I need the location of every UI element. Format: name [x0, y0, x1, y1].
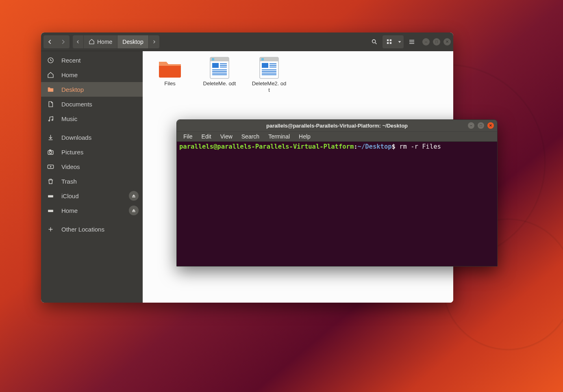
sidebar-item-label: Home — [61, 207, 78, 214]
view-grid-button[interactable] — [383, 35, 396, 48]
svg-rect-19 — [48, 195, 53, 197]
nav-back-button[interactable] — [43, 35, 57, 48]
terminal-menu-view[interactable]: View — [216, 132, 237, 141]
nav-forward-button[interactable] — [57, 35, 70, 48]
svg-marker-23 — [132, 209, 135, 211]
files-minimize-button[interactable]: – — [422, 38, 430, 45]
sidebar-item-label: Trash — [61, 178, 77, 185]
path-seg-desktop[interactable]: Desktop — [117, 35, 148, 48]
svg-rect-24 — [132, 212, 135, 212]
file-item[interactable]: DeleteMe2. odt — [252, 57, 287, 94]
home-icon — [47, 71, 54, 78]
terminal-menu-help[interactable]: Help — [295, 132, 315, 141]
plus-icon — [47, 226, 54, 233]
drive-icon — [47, 193, 54, 199]
document-icon — [207, 57, 232, 79]
prompt-colon: : — [354, 143, 357, 150]
file-item[interactable]: DeleteMe. odt — [202, 57, 237, 94]
sidebar-item-trash[interactable]: Trash — [41, 174, 143, 188]
svg-marker-20 — [132, 195, 135, 197]
prompt-path: ~/Desktop — [358, 143, 392, 150]
terminal-menu-terminal[interactable]: Terminal — [264, 132, 294, 141]
terminal-close-button[interactable]: ✕ — [487, 122, 494, 129]
svg-rect-41 — [262, 63, 268, 68]
sidebar-item-home[interactable]: Home — [41, 67, 143, 82]
svg-point-15 — [49, 151, 52, 154]
sidebar-item-label: Recent — [61, 57, 81, 64]
clock-icon — [47, 57, 54, 64]
folder-icon — [158, 57, 182, 79]
files-sidebar: RecentHomeDesktopDocumentsMusicDownloads… — [41, 51, 143, 303]
files-close-button[interactable]: ✕ — [443, 38, 451, 45]
svg-marker-6 — [398, 41, 401, 43]
svg-marker-18 — [50, 166, 52, 167]
svg-rect-2 — [387, 39, 388, 41]
terminal-menu-search[interactable]: Search — [237, 132, 263, 141]
sidebar-item-label: Desktop — [61, 86, 84, 93]
terminal-body[interactable]: parallels@parallels-Parallels-Virtual-Pl… — [177, 142, 497, 266]
trash-icon — [47, 178, 54, 185]
sidebar-item-downloads[interactable]: Downloads — [41, 130, 143, 145]
svg-point-12 — [52, 119, 53, 120]
svg-rect-29 — [212, 58, 214, 61]
terminal-window-controls: – □ ✕ — [468, 122, 494, 129]
svg-rect-40 — [261, 58, 264, 61]
sidebar-item-label: Documents — [61, 101, 92, 108]
file-item[interactable]: Files — [152, 57, 187, 94]
hamburger-menu-button[interactable] — [405, 35, 418, 48]
prompt-user: parallels@parallels-Parallels-Virtual-Pl… — [179, 143, 354, 150]
file-item-label: DeleteMe. odt — [203, 80, 236, 87]
terminal-minimize-button[interactable]: – — [468, 122, 474, 129]
files-window-controls: – □ ✕ — [422, 38, 451, 45]
view-dropdown-button[interactable] — [396, 35, 404, 48]
terminal-menu-edit[interactable]: Edit — [198, 132, 215, 141]
terminal-titlebar[interactable]: parallels@parallels-Parallels-Virtual-Pl… — [177, 120, 497, 131]
path-label-home: Home — [97, 39, 112, 45]
sidebar-item-label: Music — [61, 115, 77, 122]
terminal-window: parallels@parallels-Parallels-Virtual-Pl… — [176, 119, 498, 266]
path-seg-root[interactable] — [73, 35, 84, 48]
terminal-menubar: FileEditViewSearchTerminalHelp — [177, 131, 497, 142]
sidebar-item-music[interactable]: Music — [41, 111, 143, 126]
prompt-command: rm -r Files — [399, 143, 441, 150]
sidebar-item-label: Downloads — [61, 134, 91, 141]
sidebar-item-other[interactable]: Other Locations — [41, 222, 143, 236]
sidebar-item-label: Home — [61, 71, 78, 78]
path-label-desktop: Desktop — [122, 39, 143, 45]
files-headerbar: Home Desktop – □ ✕ — [41, 32, 453, 51]
document-icon — [257, 57, 281, 79]
sidebar-item-label: Other Locations — [61, 226, 104, 233]
sidebar-item-desktop[interactable]: Desktop — [41, 82, 143, 97]
svg-rect-30 — [212, 63, 219, 68]
files-maximize-button[interactable]: □ — [433, 38, 440, 45]
sidebar-item-recent[interactable]: Recent — [41, 53, 143, 67]
download-icon — [47, 134, 54, 141]
search-button[interactable] — [368, 35, 381, 48]
drive-icon — [47, 207, 54, 214]
svg-line-1 — [375, 43, 376, 44]
sidebar-item-videos[interactable]: Videos — [41, 159, 143, 174]
music-icon — [47, 115, 54, 122]
svg-rect-4 — [387, 42, 388, 44]
svg-point-11 — [48, 120, 50, 121]
path-seg-next[interactable] — [149, 35, 159, 48]
sidebar-item-label: Videos — [61, 163, 80, 170]
sidebar-item-icloud[interactable]: iCloud — [41, 188, 143, 203]
svg-rect-3 — [389, 39, 391, 41]
terminal-menu-file[interactable]: File — [179, 132, 197, 141]
svg-rect-16 — [49, 149, 51, 150]
pathbar: Home Desktop — [73, 35, 159, 48]
sidebar-item-home2[interactable]: Home — [41, 203, 143, 218]
sidebar-item-documents[interactable]: Documents — [41, 97, 143, 111]
terminal-maximize-button[interactable]: □ — [478, 122, 484, 129]
svg-rect-5 — [389, 42, 391, 44]
path-seg-home[interactable]: Home — [84, 35, 117, 48]
file-item-label: DeleteMe2. odt — [252, 80, 287, 94]
eject-button[interactable] — [129, 191, 139, 201]
sidebar-item-pictures[interactable]: Pictures — [41, 145, 143, 159]
eject-button[interactable] — [129, 206, 139, 215]
video-icon — [47, 163, 54, 170]
camera-icon — [47, 149, 54, 156]
doc-icon — [47, 101, 54, 108]
prompt-dollar: $ — [392, 143, 400, 150]
